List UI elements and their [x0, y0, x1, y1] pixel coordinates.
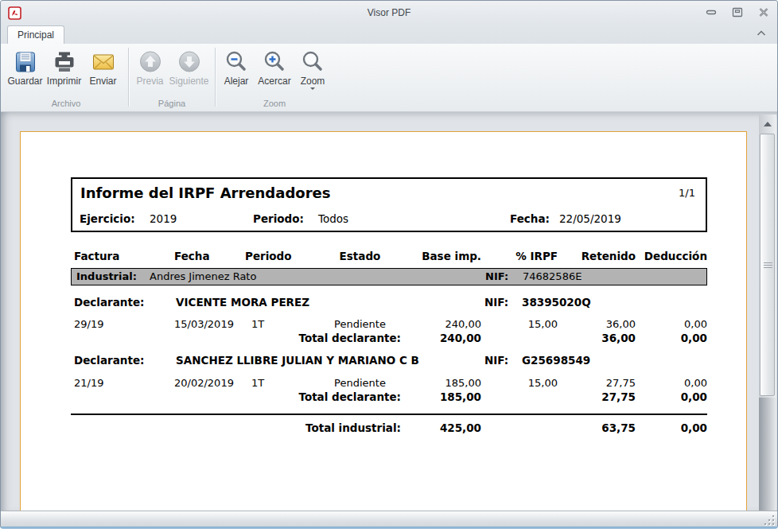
- zoom-label: Zoom: [301, 76, 325, 87]
- base-value: 185,00: [321, 377, 481, 389]
- tab-principal[interactable]: Principal: [7, 25, 64, 44]
- declarante-label: Declarante:: [74, 354, 145, 367]
- report-title: Informe del IRPF Arrendadores: [80, 184, 330, 201]
- total-base-value: 185,00: [321, 390, 481, 403]
- periodo-label: Periodo:: [253, 212, 304, 225]
- industrial-name: Andres Jimenez Rato: [150, 269, 256, 285]
- deduccion-value: 0,00: [636, 377, 707, 389]
- industrial-nif-label: NIF:: [485, 269, 508, 285]
- declarante-nif-value: 38395020Q: [522, 296, 591, 309]
- previa-button[interactable]: Previa: [130, 45, 169, 87]
- ejercicio-value: 2019: [150, 212, 177, 225]
- page-indicator: 1/1: [679, 187, 695, 199]
- total-retenido-value: 27,75: [558, 390, 636, 403]
- factura-value: 29/19: [74, 318, 171, 330]
- dropdown-arrow-icon: [310, 87, 315, 90]
- mail-icon: [91, 49, 116, 75]
- previa-label: Previa: [136, 76, 163, 87]
- total-base-value: 240,00: [321, 332, 481, 344]
- industrial-nif-value: 74682586E: [523, 269, 582, 285]
- col-deduccion: Deducción: [636, 250, 707, 262]
- group-separator: [215, 48, 216, 107]
- print-icon: [52, 49, 77, 75]
- siguiente-button[interactable]: Siguiente: [169, 45, 208, 87]
- page-down-icon: [177, 49, 202, 75]
- declarante-label: Declarante:: [74, 296, 145, 309]
- acercar-label: Acercar: [258, 76, 290, 87]
- alejar-button[interactable]: Alejar: [217, 45, 255, 87]
- resize-grip[interactable]: [763, 514, 774, 525]
- scrollbar-track[interactable]: [759, 398, 776, 511]
- imprimir-button[interactable]: Imprimir: [45, 45, 84, 87]
- col-retenido: Retenido: [558, 250, 636, 262]
- retenido-value: 27,75: [558, 377, 636, 389]
- ribbon-group-pagina: Previa Siguiente Página: [130, 44, 213, 111]
- group-label-pagina: Página: [130, 97, 213, 111]
- save-icon: [13, 49, 38, 75]
- pdf-viewer-window: Visor PDF Principal: [0, 0, 778, 529]
- declarante-row: Declarante: SANCHEZ LLIBRE JULIAN Y MARI…: [71, 354, 707, 369]
- guardar-label: Guardar: [7, 76, 42, 87]
- ribbon-tab-strip: Principal: [1, 25, 777, 44]
- document-viewport: Informe del IRPF Arrendadores 1/1 Ejerci…: [1, 112, 777, 511]
- close-icon: [758, 7, 769, 17]
- acercar-button[interactable]: Acercar: [255, 45, 294, 87]
- declarante-nif-label: NIF:: [484, 296, 508, 309]
- periodo-value: Todos: [318, 212, 348, 225]
- pdf-page: Informe del IRPF Arrendadores 1/1 Ejerci…: [20, 131, 747, 511]
- fecha-value: 22/05/2019: [559, 212, 621, 225]
- status-bar: [1, 511, 777, 527]
- maximize-icon: [732, 7, 743, 17]
- minimize-button[interactable]: [705, 6, 717, 17]
- col-irpf: % IRPF: [481, 250, 558, 262]
- zoom-dropdown-button[interactable]: Zoom: [294, 45, 332, 91]
- periodo-value: 1T: [251, 318, 323, 330]
- col-fecha: Fecha: [174, 250, 245, 262]
- total-declarante-row: Total declarante: 240,00 36,00 0,00: [71, 332, 707, 347]
- scrollbar-grip: [764, 265, 772, 266]
- retenido-value: 36,00: [558, 318, 636, 330]
- guardar-button[interactable]: Guardar: [6, 45, 45, 87]
- col-base: Base imp.: [321, 250, 481, 262]
- total-deduccion-value: 0,00: [636, 390, 707, 403]
- enviar-label: Enviar: [89, 76, 116, 87]
- vertical-scrollbar[interactable]: [759, 115, 776, 511]
- report-header-box: Informe del IRPF Arrendadores 1/1 Ejerci…: [71, 177, 707, 232]
- ribbon-group-zoom: Alejar Acercar Zoom: [217, 44, 332, 111]
- maximize-button[interactable]: [731, 6, 743, 17]
- imprimir-label: Imprimir: [47, 76, 81, 87]
- total-industrial-deduccion: 0,00: [636, 421, 707, 434]
- scrollbar-thumb[interactable]: [760, 134, 775, 396]
- title-bar: Visor PDF: [1, 1, 777, 25]
- zoom-in-icon: [262, 49, 287, 75]
- fecha-value: 20/02/2019: [174, 377, 245, 389]
- declarante-row: Declarante: VICENTE MORA PEREZ NIF: 3839…: [71, 296, 707, 311]
- scroll-up-button[interactable]: [759, 118, 776, 130]
- window-title: Visor PDF: [1, 7, 777, 18]
- declarante-name: VICENTE MORA PEREZ: [176, 296, 309, 309]
- collapse-ribbon-button[interactable]: [755, 28, 768, 39]
- declarante-name: SANCHEZ LLIBRE JULIAN Y MARIANO C B: [176, 354, 419, 367]
- pdf-app-icon: [8, 6, 21, 20]
- total-industrial-base: 425,00: [321, 421, 481, 434]
- periodo-value: 1T: [251, 377, 323, 389]
- enviar-button[interactable]: Enviar: [84, 45, 123, 87]
- industrial-label: Industrial:: [76, 269, 137, 285]
- chevron-up-icon: [755, 28, 768, 39]
- total-declarante-row: Total declarante: 185,00 27,75 0,00: [71, 390, 707, 406]
- ejercicio-label: Ejercicio:: [80, 212, 135, 225]
- close-button[interactable]: [757, 6, 769, 17]
- irpf-value: 15,00: [481, 377, 558, 389]
- irpf-value: 15,00: [481, 318, 558, 330]
- deduccion-value: 0,00: [636, 318, 707, 330]
- total-industrial-retenido: 63,75: [558, 421, 636, 434]
- minimize-icon: [706, 7, 717, 17]
- zoom-icon: [300, 49, 325, 75]
- total-deduccion-value: 0,00: [636, 332, 707, 344]
- col-periodo: Periodo: [245, 250, 317, 262]
- siguiente-label: Siguiente: [169, 76, 208, 87]
- table-header-row: Factura Fecha Periodo Estado Base imp. %…: [71, 250, 707, 265]
- fecha-value: 15/03/2019: [174, 318, 245, 330]
- page-up-icon: [138, 49, 163, 75]
- zoom-out-icon: [224, 49, 249, 75]
